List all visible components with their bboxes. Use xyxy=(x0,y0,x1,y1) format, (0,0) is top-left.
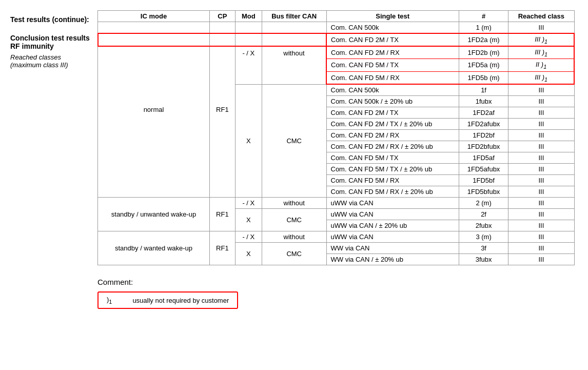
left-panel: Test results (continue): Conclusion test… xyxy=(10,10,97,265)
hash-2: 1FD2a (m) xyxy=(459,33,508,46)
class-2: III )1 xyxy=(508,33,574,46)
hash-19: 3 (m) xyxy=(459,231,508,243)
conclusion-title: Conclusion test results RF immunity xyxy=(10,34,92,50)
single-test-3: Com. CAN FD 2M / RX xyxy=(326,46,459,59)
single-test-17: uWW via CAN xyxy=(326,209,459,220)
hash-11: 1FD2bfubx xyxy=(459,141,508,152)
class-11: III xyxy=(508,141,574,152)
col-header-single-test: Single test xyxy=(326,11,459,22)
class-14: III xyxy=(508,175,574,186)
hash-21: 3fubx xyxy=(459,254,508,265)
hash-12: 1FD5af xyxy=(459,152,508,164)
table-row: normal RF1 - / X without Com. CAN 500k 1… xyxy=(98,22,575,34)
hash-9: 1FD2afubx xyxy=(459,119,508,130)
bus-filter-without-wanted: without xyxy=(262,231,326,243)
hash-8: 1FD2af xyxy=(459,107,508,119)
single-test-16: uWW via CAN xyxy=(326,198,459,209)
bus-filter-without-unwanted: without xyxy=(262,198,326,209)
hash-1: 1 (m) xyxy=(459,22,508,34)
class-1: III xyxy=(508,22,574,34)
class-8: III xyxy=(508,107,574,119)
single-test-11: Com. CAN FD 2M / RX / ± 20% ub xyxy=(326,141,459,152)
mod-minus-x: - / X xyxy=(235,22,262,85)
single-test-19: uWW via CAN xyxy=(326,231,459,243)
col-header-mod: Mod xyxy=(235,11,262,22)
footnote-text: usually not required by customer xyxy=(132,297,229,304)
ic-mode-normal: normal xyxy=(98,22,210,198)
single-test-15: Com. CAN FD 5M / RX / ± 20% ub xyxy=(326,186,459,198)
cp-rf1-unwanted: RF1 xyxy=(210,198,236,231)
hash-7: 1fubx xyxy=(459,96,508,107)
class-13: III xyxy=(508,164,574,175)
single-test-21: WW via CAN / ± 20% ub xyxy=(326,254,459,265)
hash-10: 1FD2bf xyxy=(459,130,508,141)
hash-5: 1FD5b (m) xyxy=(459,71,508,84)
single-test-4: Com. CAN FD 5M / TX xyxy=(326,59,459,72)
hash-16: 2 (m) xyxy=(459,198,508,209)
class-9: III xyxy=(508,119,574,130)
single-test-6: Com. CAN 500k xyxy=(326,84,459,96)
class-4: II )1 xyxy=(508,59,574,72)
mod-x-wanted: X xyxy=(235,243,262,265)
single-test-7: Com. CAN 500k / ± 20% ub xyxy=(326,96,459,107)
col-header-ic-mode: IC mode xyxy=(98,11,210,22)
class-15: III xyxy=(508,186,574,198)
hash-4: 1FD5a (m) xyxy=(459,59,508,72)
mod-x: X xyxy=(235,84,262,198)
col-header-hash: # xyxy=(459,11,508,22)
class-16: III xyxy=(508,198,574,209)
single-test-12: Com. CAN FD 5M / TX xyxy=(326,152,459,164)
table-row: standby / wanted wake-up RF1 - / X witho… xyxy=(98,231,575,243)
hash-20: 3f xyxy=(459,243,508,254)
class-10: III xyxy=(508,130,574,141)
single-test-8: Com. CAN FD 2M / TX xyxy=(326,107,459,119)
comment-title: Comment: xyxy=(97,278,578,286)
footnote-subscript: 1 xyxy=(109,299,112,305)
ic-mode-standby-wanted: standby / wanted wake-up xyxy=(98,231,210,265)
bus-filter-without-1: without xyxy=(262,22,326,85)
col-header-bus-filter: Bus filter CAN xyxy=(262,11,326,22)
class-6: III xyxy=(508,84,574,96)
single-test-2: Com. CAN FD 2M / TX xyxy=(326,33,459,46)
single-test-14: Com. CAN FD 5M / RX xyxy=(326,175,459,186)
comment-box: )1 usually not required by customer xyxy=(97,291,238,309)
results-table: IC mode CP Mod Bus filter CAN Single tes… xyxy=(97,10,575,265)
bus-filter-cmc-wanted: CMC xyxy=(262,243,326,265)
class-21: III xyxy=(508,254,574,265)
page-container: Test results (continue): Conclusion test… xyxy=(10,10,575,265)
bus-filter-cmc: CMC xyxy=(262,84,326,198)
class-20: III xyxy=(508,243,574,254)
bus-filter-cmc-unwanted: CMC xyxy=(262,209,326,231)
mod-x-unwanted: X xyxy=(235,209,262,231)
hash-15: 1FD5bfubx xyxy=(459,186,508,198)
table-container: IC mode CP Mod Bus filter CAN Single tes… xyxy=(97,10,575,265)
section-title: Test results (continue): xyxy=(10,15,92,24)
reached-label: Reached classes (maximum class III) xyxy=(10,53,92,69)
class-18: III xyxy=(508,220,574,231)
single-test-18: uWW via CAN / ± 20% ub xyxy=(326,220,459,231)
hash-6: 1f xyxy=(459,84,508,96)
single-test-20: WW via CAN xyxy=(326,243,459,254)
hash-18: 2fubx xyxy=(459,220,508,231)
comment-section: Comment: )1 usually not required by cust… xyxy=(97,278,578,309)
class-12: III xyxy=(508,152,574,164)
mod-minus-x-unwanted: - / X xyxy=(235,198,262,209)
single-test-9: Com. CAN FD 2M / TX / ± 20% ub xyxy=(326,119,459,130)
hash-13: 1FD5afubx xyxy=(459,164,508,175)
footnote-symbol: )1 xyxy=(107,296,112,305)
single-test-13: Com. CAN FD 5M / TX / ± 20% ub xyxy=(326,164,459,175)
class-3: III )1 xyxy=(508,46,574,59)
ic-mode-standby-unwanted: standby / unwanted wake-up xyxy=(98,198,210,231)
single-test-5: Com. CAN FD 5M / RX xyxy=(326,71,459,84)
cp-rf1-normal: RF1 xyxy=(210,22,236,198)
class-5: III )1 xyxy=(508,71,574,84)
table-row: standby / unwanted wake-up RF1 - / X wit… xyxy=(98,198,575,209)
hash-3: 1FD2b (m) xyxy=(459,46,508,59)
hash-17: 2f xyxy=(459,209,508,220)
class-19: III xyxy=(508,231,574,243)
col-header-reached-class: Reached class xyxy=(508,11,574,22)
hash-14: 1FD5bf xyxy=(459,175,508,186)
cp-rf1-wanted: RF1 xyxy=(210,231,236,265)
class-7: III xyxy=(508,96,574,107)
mod-minus-x-wanted: - / X xyxy=(235,231,262,243)
